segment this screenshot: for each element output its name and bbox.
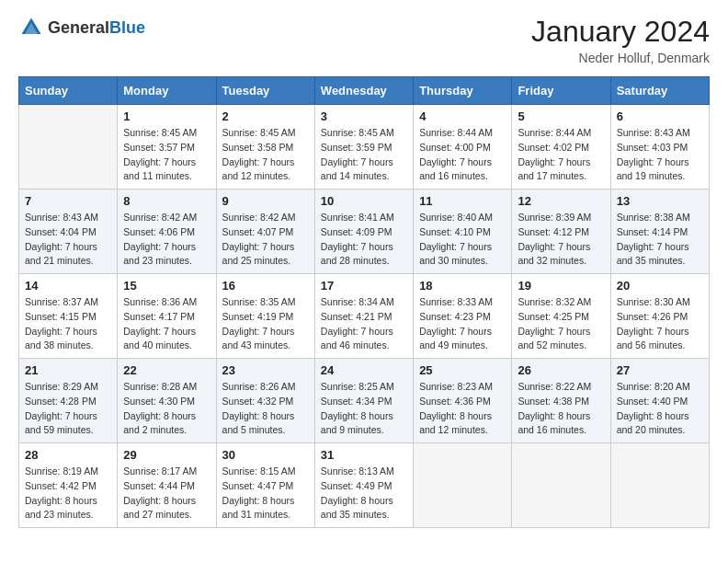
- calendar-week-5: 28Sunrise: 8:19 AMSunset: 4:42 PMDayligh…: [19, 443, 710, 528]
- day-header-wednesday: Wednesday: [314, 77, 413, 105]
- days-header-row: SundayMondayTuesdayWednesdayThursdayFrid…: [19, 77, 710, 105]
- day-number: 16: [222, 279, 309, 293]
- logo-text: GeneralBlue: [48, 18, 145, 38]
- day-info: Sunrise: 8:29 AMSunset: 4:28 PMDaylight:…: [25, 380, 111, 438]
- day-info: Sunrise: 8:33 AMSunset: 4:23 PMDaylight:…: [419, 295, 506, 353]
- calendar-cell: 11Sunrise: 8:40 AMSunset: 4:10 PMDayligh…: [414, 190, 512, 274]
- calendar-cell: 17Sunrise: 8:34 AMSunset: 4:21 PMDayligh…: [314, 274, 413, 359]
- day-number: 31: [321, 448, 407, 462]
- calendar-week-3: 14Sunrise: 8:37 AMSunset: 4:15 PMDayligh…: [19, 274, 710, 359]
- day-info: Sunrise: 8:45 AMSunset: 3:59 PMDaylight:…: [321, 126, 407, 184]
- day-info: Sunrise: 8:36 AMSunset: 4:17 PMDaylight:…: [123, 295, 210, 353]
- day-number: 18: [419, 279, 506, 293]
- day-number: 27: [617, 363, 703, 377]
- calendar-week-2: 7Sunrise: 8:43 AMSunset: 4:04 PMDaylight…: [19, 190, 710, 274]
- calendar-cell: 9Sunrise: 8:42 AMSunset: 4:07 PMDaylight…: [216, 190, 314, 274]
- day-info: Sunrise: 8:34 AMSunset: 4:21 PMDaylight:…: [321, 295, 407, 353]
- day-info: Sunrise: 8:19 AMSunset: 4:42 PMDaylight:…: [25, 465, 111, 523]
- calendar-cell: 24Sunrise: 8:25 AMSunset: 4:34 PMDayligh…: [314, 359, 413, 443]
- day-info: Sunrise: 8:25 AMSunset: 4:34 PMDaylight:…: [321, 380, 407, 438]
- day-info: Sunrise: 8:44 AMSunset: 4:02 PMDaylight:…: [518, 126, 604, 184]
- day-number: 9: [222, 194, 309, 208]
- calendar-cell: 3Sunrise: 8:45 AMSunset: 3:59 PMDaylight…: [314, 105, 413, 190]
- day-number: 20: [617, 279, 703, 293]
- day-info: Sunrise: 8:38 AMSunset: 4:14 PMDaylight:…: [617, 211, 703, 269]
- day-header-monday: Monday: [118, 77, 216, 105]
- day-info: Sunrise: 8:45 AMSunset: 3:57 PMDaylight:…: [123, 126, 210, 184]
- day-header-thursday: Thursday: [414, 77, 512, 105]
- day-number: 21: [25, 363, 111, 377]
- day-info: Sunrise: 8:37 AMSunset: 4:15 PMDaylight:…: [25, 295, 111, 353]
- day-info: Sunrise: 8:26 AMSunset: 4:32 PMDaylight:…: [222, 380, 309, 438]
- day-number: 5: [518, 109, 604, 123]
- calendar-cell: 23Sunrise: 8:26 AMSunset: 4:32 PMDayligh…: [216, 359, 314, 443]
- day-info: Sunrise: 8:44 AMSunset: 4:00 PMDaylight:…: [419, 126, 506, 184]
- day-number: 22: [123, 363, 210, 377]
- calendar-table: SundayMondayTuesdayWednesdayThursdayFrid…: [18, 76, 710, 528]
- calendar-cell: 4Sunrise: 8:44 AMSunset: 4:00 PMDaylight…: [414, 105, 512, 190]
- day-number: 23: [222, 363, 309, 377]
- day-number: 4: [419, 109, 506, 123]
- day-info: Sunrise: 8:32 AMSunset: 4:25 PMDaylight:…: [518, 295, 604, 353]
- calendar-cell: 5Sunrise: 8:44 AMSunset: 4:02 PMDaylight…: [512, 105, 610, 190]
- calendar-cell: 14Sunrise: 8:37 AMSunset: 4:15 PMDayligh…: [19, 274, 118, 359]
- day-number: 12: [518, 194, 604, 208]
- day-info: Sunrise: 8:20 AMSunset: 4:40 PMDaylight:…: [617, 380, 703, 438]
- day-number: 19: [518, 279, 604, 293]
- calendar-cell: 15Sunrise: 8:36 AMSunset: 4:17 PMDayligh…: [118, 274, 216, 359]
- day-header-friday: Friday: [512, 77, 610, 105]
- day-info: Sunrise: 8:43 AMSunset: 4:04 PMDaylight:…: [25, 211, 111, 269]
- day-info: Sunrise: 8:41 AMSunset: 4:09 PMDaylight:…: [321, 211, 407, 269]
- day-number: 10: [321, 194, 407, 208]
- calendar-cell: 7Sunrise: 8:43 AMSunset: 4:04 PMDaylight…: [19, 190, 118, 274]
- day-number: 17: [321, 279, 407, 293]
- day-number: 30: [222, 448, 309, 462]
- day-number: 1: [123, 109, 210, 123]
- day-number: 26: [518, 363, 604, 377]
- day-number: 7: [25, 194, 111, 208]
- day-number: 14: [25, 279, 111, 293]
- day-info: Sunrise: 8:15 AMSunset: 4:47 PMDaylight:…: [222, 465, 309, 523]
- day-number: 13: [617, 194, 703, 208]
- day-info: Sunrise: 8:23 AMSunset: 4:36 PMDaylight:…: [419, 380, 506, 438]
- calendar-cell: [414, 443, 512, 528]
- page-header: GeneralBlue January 2024 Neder Holluf, D…: [18, 15, 710, 65]
- calendar-cell: 19Sunrise: 8:32 AMSunset: 4:25 PMDayligh…: [512, 274, 610, 359]
- month-title: January 2024: [531, 15, 710, 49]
- calendar-cell: 31Sunrise: 8:13 AMSunset: 4:49 PMDayligh…: [314, 443, 413, 528]
- calendar-cell: 12Sunrise: 8:39 AMSunset: 4:12 PMDayligh…: [512, 190, 610, 274]
- calendar-cell: 18Sunrise: 8:33 AMSunset: 4:23 PMDayligh…: [414, 274, 512, 359]
- day-info: Sunrise: 8:45 AMSunset: 3:58 PMDaylight:…: [222, 126, 309, 184]
- day-number: 8: [123, 194, 210, 208]
- day-info: Sunrise: 8:35 AMSunset: 4:19 PMDaylight:…: [222, 295, 309, 353]
- calendar-cell: [512, 443, 610, 528]
- day-header-tuesday: Tuesday: [216, 77, 314, 105]
- calendar-cell: 29Sunrise: 8:17 AMSunset: 4:44 PMDayligh…: [118, 443, 216, 528]
- calendar-cell: 1Sunrise: 8:45 AMSunset: 3:57 PMDaylight…: [118, 105, 216, 190]
- day-header-sunday: Sunday: [19, 77, 118, 105]
- location-title: Neder Holluf, Denmark: [531, 51, 710, 65]
- calendar-week-4: 21Sunrise: 8:29 AMSunset: 4:28 PMDayligh…: [19, 359, 710, 443]
- day-number: 2: [222, 109, 309, 123]
- calendar-cell: 28Sunrise: 8:19 AMSunset: 4:42 PMDayligh…: [19, 443, 118, 528]
- calendar-cell: 22Sunrise: 8:28 AMSunset: 4:30 PMDayligh…: [118, 359, 216, 443]
- day-header-saturday: Saturday: [610, 77, 709, 105]
- day-number: 29: [123, 448, 210, 462]
- calendar-week-1: 1Sunrise: 8:45 AMSunset: 3:57 PMDaylight…: [19, 105, 710, 190]
- calendar-cell: [19, 105, 118, 190]
- calendar-cell: 26Sunrise: 8:22 AMSunset: 4:38 PMDayligh…: [512, 359, 610, 443]
- day-info: Sunrise: 8:42 AMSunset: 4:06 PMDaylight:…: [123, 211, 210, 269]
- day-number: 6: [617, 109, 703, 123]
- logo: GeneralBlue: [18, 15, 145, 40]
- calendar-cell: 25Sunrise: 8:23 AMSunset: 4:36 PMDayligh…: [414, 359, 512, 443]
- day-info: Sunrise: 8:13 AMSunset: 4:49 PMDaylight:…: [321, 465, 407, 523]
- day-number: 3: [321, 109, 407, 123]
- calendar-cell: 10Sunrise: 8:41 AMSunset: 4:09 PMDayligh…: [314, 190, 413, 274]
- day-info: Sunrise: 8:30 AMSunset: 4:26 PMDaylight:…: [617, 295, 703, 353]
- day-number: 15: [123, 279, 210, 293]
- logo-blue: Blue: [109, 18, 145, 37]
- day-number: 28: [25, 448, 111, 462]
- title-area: January 2024 Neder Holluf, Denmark: [531, 15, 710, 65]
- day-info: Sunrise: 8:43 AMSunset: 4:03 PMDaylight:…: [617, 126, 703, 184]
- calendar-cell: 8Sunrise: 8:42 AMSunset: 4:06 PMDaylight…: [118, 190, 216, 274]
